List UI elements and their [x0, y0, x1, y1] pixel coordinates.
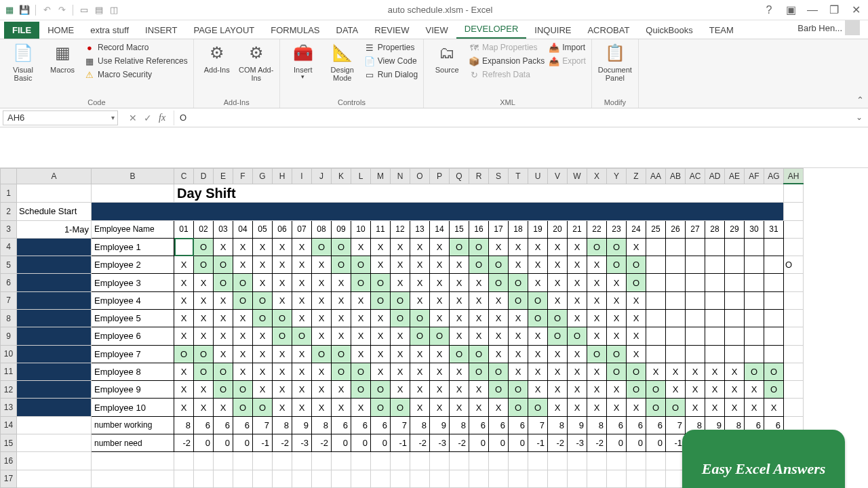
schedule-cell[interactable]: X — [627, 309, 646, 327]
schedule-cell[interactable]: O — [351, 363, 371, 380]
schedule-cell[interactable]: X — [509, 345, 528, 363]
employee-name[interactable]: Employee 2 — [92, 256, 174, 274]
working-cell[interactable]: 9 — [430, 416, 450, 434]
schedule-cell[interactable]: X — [273, 381, 292, 399]
macro-security-button[interactable]: ⚠Macro Security — [84, 69, 188, 80]
cell[interactable] — [784, 238, 804, 256]
row-header[interactable]: 14 — [1, 416, 17, 434]
schedule-cell[interactable]: X — [607, 327, 627, 345]
cell[interactable] — [784, 327, 804, 345]
schedule-cell[interactable]: X — [371, 256, 391, 274]
tab-data[interactable]: DATA — [328, 22, 367, 39]
schedule-cell[interactable]: X — [509, 256, 528, 274]
schedule-cell[interactable]: X — [568, 291, 587, 309]
need-cell[interactable]: -2 — [587, 434, 607, 451]
col-header[interactable]: J — [312, 169, 332, 184]
undo-icon[interactable]: ↶ — [41, 5, 52, 16]
schedule-cell[interactable] — [686, 238, 705, 256]
row-header[interactable]: 8 — [1, 309, 17, 327]
row-header[interactable]: 11 — [1, 363, 17, 380]
schedule-cell[interactable]: X — [430, 291, 450, 309]
schedule-cell[interactable]: X — [568, 274, 587, 291]
cell[interactable] — [784, 291, 804, 309]
schedule-cell[interactable]: X — [253, 274, 273, 291]
working-cell[interactable]: 6 — [371, 416, 391, 434]
close-icon[interactable]: ✕ — [848, 3, 864, 16]
schedule-cell[interactable] — [646, 327, 666, 345]
tab-extra[interactable]: extra stuff — [82, 22, 137, 39]
schedule-cell[interactable]: X — [568, 309, 587, 327]
need-cell[interactable]: 0 — [469, 434, 489, 451]
schedule-cell[interactable]: X — [568, 345, 587, 363]
need-cell[interactable]: -3 — [430, 434, 450, 451]
schedule-cell[interactable]: X — [312, 256, 332, 274]
schedule-cell[interactable] — [764, 327, 784, 345]
schedule-cell[interactable]: X — [351, 345, 371, 363]
schedule-cell[interactable]: O — [646, 399, 666, 416]
need-cell[interactable]: -2 — [450, 434, 469, 451]
fx-icon[interactable]: fx — [159, 113, 165, 123]
schedule-cell[interactable]: O — [489, 274, 509, 291]
row-header[interactable]: 12 — [1, 381, 17, 399]
schedule-cell[interactable]: X — [548, 345, 568, 363]
schedule-cell[interactable]: X — [410, 363, 430, 380]
schedule-cell[interactable] — [705, 327, 725, 345]
tab-acrobat[interactable]: ACROBAT — [579, 22, 637, 39]
col-header[interactable]: U — [528, 169, 548, 184]
schedule-cell[interactable]: X — [332, 381, 351, 399]
schedule-cell[interactable]: X — [351, 238, 371, 256]
row-header[interactable]: 15 — [1, 434, 17, 451]
schedule-cell[interactable] — [725, 291, 745, 309]
schedule-cell[interactable] — [725, 274, 745, 291]
schedule-cell[interactable]: X — [292, 363, 312, 380]
schedule-cell[interactable] — [174, 238, 194, 256]
schedule-cell[interactable]: X — [174, 381, 194, 399]
schedule-cell[interactable] — [725, 309, 745, 327]
schedule-cell[interactable]: X — [214, 327, 233, 345]
col-header[interactable]: W — [568, 169, 587, 184]
schedule-cell[interactable]: O — [194, 256, 214, 274]
schedule-cell[interactable]: O — [607, 345, 627, 363]
schedule-cell[interactable]: X — [450, 309, 469, 327]
schedule-cell[interactable] — [745, 256, 764, 274]
schedule-cell[interactable] — [666, 327, 686, 345]
schedule-cell[interactable]: X — [548, 381, 568, 399]
schedule-cell[interactable]: X — [214, 399, 233, 416]
col-header[interactable]: E — [214, 169, 233, 184]
need-cell[interactable]: 0 — [509, 434, 528, 451]
tab-home[interactable]: HOME — [39, 22, 82, 39]
row-header[interactable]: 4 — [1, 238, 17, 256]
tab-file[interactable]: FILE — [4, 22, 39, 39]
insert-control-button[interactable]: 🧰Insert▾ — [285, 42, 321, 81]
schedule-cell[interactable]: O — [568, 327, 587, 345]
visual-basic-button[interactable]: 📄Visual Basic — [5, 42, 41, 82]
schedule-cell[interactable]: X — [292, 381, 312, 399]
schedule-cell[interactable]: X — [292, 291, 312, 309]
user-account[interactable]: Barb Hen... — [789, 17, 868, 39]
schedule-cell[interactable] — [745, 291, 764, 309]
schedule-cell[interactable]: X — [548, 274, 568, 291]
row-header[interactable]: 13 — [1, 399, 17, 416]
schedule-cell[interactable]: O — [410, 309, 430, 327]
tab-formulas[interactable]: FORMULAS — [262, 22, 328, 39]
col-header[interactable]: T — [509, 169, 528, 184]
schedule-cell[interactable]: X — [332, 291, 351, 309]
schedule-cell[interactable]: X — [312, 309, 332, 327]
schedule-cell[interactable]: X — [292, 274, 312, 291]
need-cell[interactable]: -2 — [548, 434, 568, 451]
schedule-cell[interactable]: X — [528, 256, 548, 274]
employee-name[interactable]: Employee 3 — [92, 274, 174, 291]
schedule-cell[interactable]: O — [509, 399, 528, 416]
design-mode-button[interactable]: 📐Design Mode — [325, 42, 360, 82]
working-cell[interactable]: 6 — [233, 416, 253, 434]
schedule-cell[interactable]: X — [489, 291, 509, 309]
working-cell[interactable]: 8 — [273, 416, 292, 434]
schedule-cell[interactable]: X — [273, 345, 292, 363]
schedule-cell[interactable]: X — [312, 291, 332, 309]
schedule-cell[interactable]: O — [627, 381, 646, 399]
need-cell[interactable]: 0 — [214, 434, 233, 451]
schedule-cell[interactable]: X — [489, 345, 509, 363]
schedule-cell[interactable] — [646, 345, 666, 363]
row-header[interactable]: 1 — [1, 184, 17, 202]
tab-quickbooks[interactable]: QuickBooks — [637, 22, 701, 39]
